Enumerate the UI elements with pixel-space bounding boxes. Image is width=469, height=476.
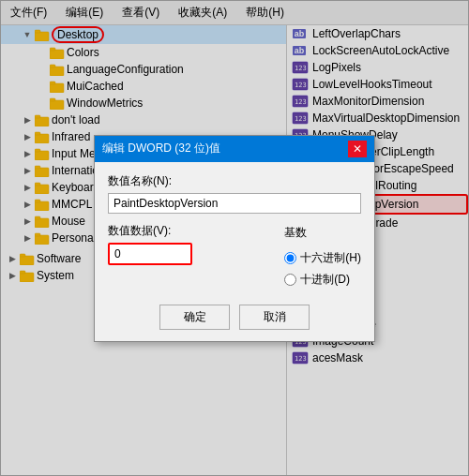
dialog-overlay: 编辑 DWORD (32 位)值 ✕ 数值名称(N): 数值数据(V): 基数 …	[0, 0, 469, 476]
ok-button[interactable]: 确定	[159, 305, 230, 330]
data-label: 数值数据(V):	[108, 223, 265, 239]
dialog-title: 编辑 DWORD (32 位)值	[102, 141, 220, 156]
radio-dec-label[interactable]: 十进制(D)	[284, 272, 361, 288]
radio-dec[interactable]	[284, 274, 296, 286]
radio-hex-text: 十六进制(H)	[300, 250, 361, 266]
data-input[interactable]	[108, 243, 192, 265]
base-right: 基数 十六进制(H) 十进制(D)	[284, 223, 361, 288]
name-input[interactable]	[108, 193, 361, 214]
cancel-button[interactable]: 取消	[239, 305, 310, 330]
dialog-close-button[interactable]: ✕	[348, 141, 367, 157]
radio-hex[interactable]	[284, 252, 296, 264]
edit-dword-dialog: 编辑 DWORD (32 位)值 ✕ 数值名称(N): 数值数据(V): 基数 …	[94, 135, 375, 342]
dialog-body: 数值名称(N): 数值数据(V): 基数 十六进制(H) 十进制(D)	[95, 162, 374, 341]
base-label: 基数	[284, 225, 361, 241]
radio-dec-text: 十进制(D)	[300, 272, 350, 288]
dialog-titlebar: 编辑 DWORD (32 位)值 ✕	[95, 136, 374, 162]
radio-hex-label[interactable]: 十六进制(H)	[284, 250, 361, 266]
name-label: 数值名称(N):	[108, 173, 361, 189]
data-base-row: 数值数据(V): 基数 十六进制(H) 十进制(D)	[108, 223, 361, 288]
data-left: 数值数据(V):	[108, 223, 265, 288]
dialog-buttons: 确定 取消	[108, 299, 361, 330]
